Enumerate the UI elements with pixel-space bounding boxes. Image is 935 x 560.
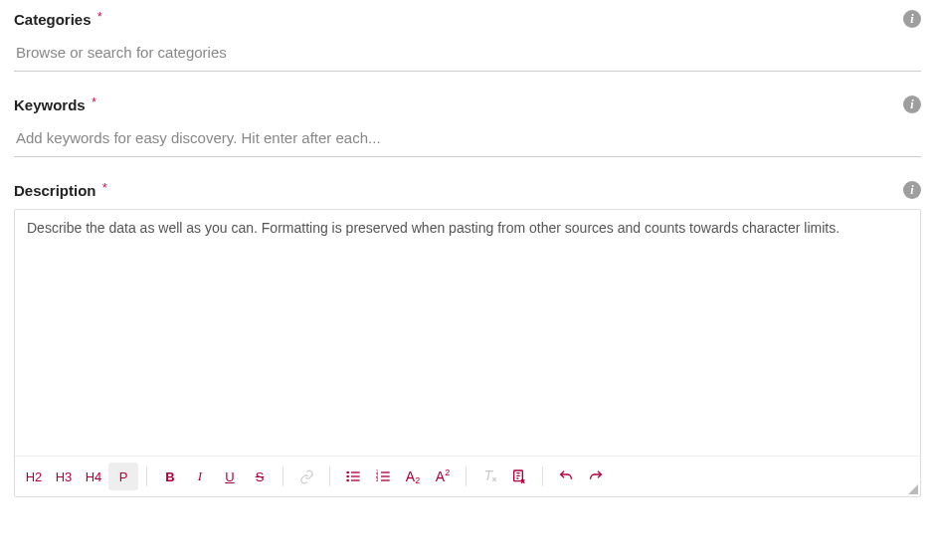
superscript-label: A — [436, 468, 445, 484]
bullet-list-button[interactable] — [338, 463, 368, 490]
categories-field: Categories * i — [14, 10, 921, 72]
strikethrough-button[interactable]: S — [245, 463, 275, 490]
redo-icon — [588, 468, 604, 484]
toolbar-separator — [146, 467, 147, 486]
required-marker: * — [102, 180, 107, 195]
description-field: Description * i Describe the data as wel… — [14, 181, 921, 497]
toolbar-separator — [329, 467, 330, 486]
info-icon[interactable]: i — [903, 181, 921, 199]
svg-rect-3 — [351, 475, 360, 476]
description-label: Description * — [14, 182, 107, 199]
description-textarea[interactable]: Describe the data as well as you can. Fo… — [15, 210, 920, 456]
paragraph-button[interactable]: P — [108, 463, 138, 490]
subscript-label: A — [406, 468, 415, 484]
resize-handle[interactable] — [906, 482, 918, 494]
svg-point-2 — [346, 475, 349, 478]
keywords-label: Keywords * — [14, 96, 96, 113]
svg-rect-7 — [381, 475, 390, 476]
numbered-list-icon: 123 — [375, 468, 391, 484]
keywords-label-text: Keywords — [14, 96, 86, 113]
superscript-suffix: 2 — [445, 467, 450, 477]
svg-rect-8 — [381, 479, 390, 480]
svg-point-0 — [346, 471, 349, 474]
svg-point-4 — [346, 479, 349, 482]
note-icon — [511, 468, 527, 484]
categories-label-row: Categories * i — [14, 10, 921, 28]
redo-button[interactable] — [581, 463, 611, 490]
svg-text:3: 3 — [376, 477, 379, 482]
keywords-input[interactable] — [14, 123, 921, 157]
subscript-suffix: 2 — [415, 475, 420, 485]
categories-label: Categories * — [14, 11, 102, 28]
svg-rect-1 — [351, 471, 360, 472]
undo-button[interactable] — [551, 463, 581, 490]
clear-formatting-button[interactable] — [474, 463, 504, 490]
subscript-button[interactable]: A2 — [398, 463, 428, 490]
bold-button[interactable]: B — [155, 463, 185, 490]
required-marker: * — [92, 94, 96, 109]
link-icon — [299, 469, 314, 484]
italic-button[interactable]: I — [185, 463, 215, 490]
link-button[interactable] — [291, 463, 321, 490]
svg-rect-5 — [351, 479, 360, 480]
bullet-list-icon — [345, 468, 361, 484]
superscript-button[interactable]: A2 — [428, 463, 458, 490]
required-marker: * — [97, 9, 102, 24]
description-editor: Describe the data as well as you can. Fo… — [14, 209, 921, 497]
editor-toolbar: H2 H3 H4 P B I U S 123 A2 — [15, 456, 920, 496]
underline-button[interactable]: U — [215, 463, 245, 490]
toolbar-separator — [282, 467, 283, 486]
numbered-list-button[interactable]: 123 — [368, 463, 398, 490]
toolbar-separator — [542, 467, 543, 486]
description-label-row: Description * i — [14, 181, 921, 199]
info-icon[interactable]: i — [903, 95, 921, 113]
categories-input[interactable] — [14, 38, 921, 72]
note-button[interactable] — [504, 463, 534, 490]
svg-rect-6 — [381, 471, 390, 472]
keywords-field: Keywords * i — [14, 95, 921, 157]
toolbar-separator — [466, 467, 467, 486]
heading-h3-button[interactable]: H3 — [49, 463, 79, 490]
heading-h4-button[interactable]: H4 — [79, 463, 108, 490]
heading-h2-button[interactable]: H2 — [19, 463, 49, 490]
undo-icon — [558, 468, 574, 484]
description-label-text: Description — [14, 182, 96, 199]
clear-format-icon — [481, 468, 497, 484]
keywords-label-row: Keywords * i — [14, 95, 921, 113]
info-icon[interactable]: i — [903, 10, 921, 28]
categories-label-text: Categories — [14, 11, 92, 28]
